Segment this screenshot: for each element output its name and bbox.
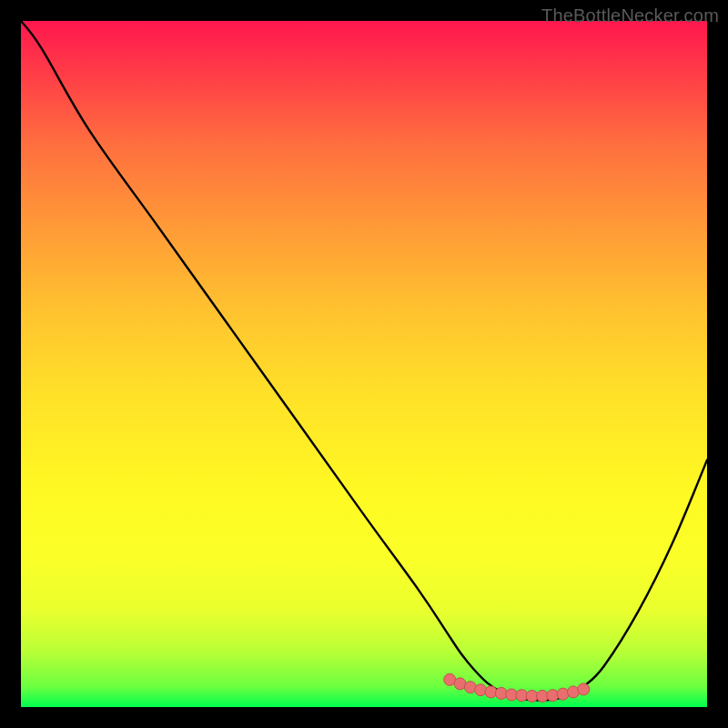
curve-beads [444, 673, 590, 702]
bead [475, 684, 487, 696]
chart-stage: TheBottleNecker.com [0, 0, 728, 728]
plot-area [21, 21, 707, 707]
bottleneck-curve [21, 21, 707, 700]
bead [557, 688, 569, 700]
curve-layer [21, 21, 707, 707]
bead [578, 683, 590, 695]
watermark-label: TheBottleNecker.com [541, 5, 719, 26]
